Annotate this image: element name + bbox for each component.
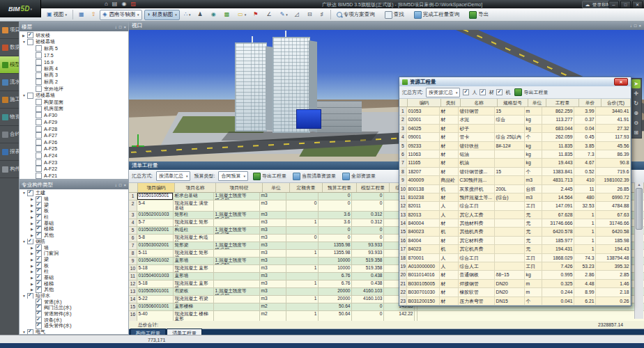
checkbox[interactable] bbox=[36, 79, 42, 85]
table-row[interactable]: 7 11165 材 机油 kg 19.443 4.67 90.8 bbox=[399, 159, 631, 167]
checkbox[interactable] bbox=[36, 202, 42, 208]
checkbox[interactable] bbox=[36, 269, 42, 275]
checkbox[interactable] bbox=[36, 280, 42, 287]
table-row[interactable]: 14 840004 材 其他材料费 元 31746.666 1 31746.66 bbox=[399, 219, 631, 228]
tree-item[interactable]: ▶ 柱 bbox=[20, 269, 128, 275]
expand-arrow-icon[interactable]: ▶ bbox=[31, 258, 36, 262]
close-icon[interactable]: × bbox=[123, 183, 126, 187]
table-row[interactable]: 19 A010000000 人 综合人工 工日 7.426 53.23 395.… bbox=[399, 262, 631, 271]
tree-item[interactable]: 标高 3 bbox=[20, 72, 128, 79]
checkbox[interactable] bbox=[36, 119, 42, 125]
expand-arrow-icon[interactable]: ▶ bbox=[31, 227, 36, 231]
select-tool-button[interactable]: ➤ bbox=[631, 79, 641, 88]
markup-icon[interactable]: ⚑ bbox=[251, 11, 261, 18]
checkbox[interactable] bbox=[36, 132, 42, 139]
checkbox[interactable] bbox=[36, 145, 42, 152]
checkbox[interactable] bbox=[36, 287, 42, 293]
close-button[interactable]: ✕ bbox=[614, 78, 628, 86]
tree-item[interactable]: ▶ 墙 bbox=[20, 244, 128, 251]
nav-tab[interactable]: 报表管理 bbox=[0, 143, 19, 161]
tree-item[interactable]: 通头管件(水) bbox=[20, 323, 128, 329]
expand-arrow-icon[interactable]: ▶ bbox=[31, 221, 36, 226]
maximize-button[interactable]: □ bbox=[620, 1, 631, 8]
expand-arrow-icon[interactable]: ▼ bbox=[22, 40, 27, 44]
tree-item[interactable]: 标高 5 bbox=[20, 45, 128, 52]
find-button[interactable]: 查找 bbox=[383, 10, 406, 19]
tree-item[interactable]: A-F30 bbox=[20, 112, 128, 119]
nav-tab[interactable]: 项目资料 bbox=[0, 22, 19, 39]
axis-grid-icon[interactable]: ♯ bbox=[319, 11, 327, 18]
tree-item[interactable]: A-F28 bbox=[20, 125, 128, 132]
measure-icon[interactable]: ▭▾ bbox=[236, 11, 248, 18]
table-row[interactable]: 22 B030701030 材 橡胶软管 DN20 m 0.244 8.99 2… bbox=[399, 288, 631, 296]
checkbox[interactable] bbox=[36, 311, 42, 317]
column-header[interactable]: 项目编码 bbox=[138, 183, 175, 192]
export-button[interactable]: 导出 bbox=[467, 10, 491, 19]
tree-item[interactable]: 17.5 bbox=[20, 52, 128, 59]
column-header[interactable]: 项目名称 bbox=[175, 183, 216, 192]
close-icon[interactable]: × bbox=[123, 25, 126, 29]
viewport-layout-icon[interactable]: ▦ bbox=[77, 11, 86, 18]
angle-measure-icon[interactable]: ∠ bbox=[264, 11, 275, 18]
expand-arrow-icon[interactable]: ▶ bbox=[31, 197, 36, 201]
table-row[interactable]: 23 B031200150 材 压力表弯管 DN15 个 0.041 6.21 … bbox=[399, 297, 631, 306]
zoom-in-button[interactable]: ⊕ bbox=[631, 109, 641, 118]
camera-icon[interactable]: ◉ bbox=[121, 1, 126, 7]
tree-item[interactable]: A-F26 bbox=[20, 139, 128, 146]
checkbox[interactable] bbox=[36, 275, 42, 281]
expand-arrow-icon[interactable]: ▶ bbox=[31, 246, 36, 250]
tree-item[interactable]: ▶ 楼梯 bbox=[20, 226, 128, 232]
view-button[interactable]: ▣ 视图 ▾ bbox=[45, 10, 69, 19]
checkbox[interactable] bbox=[36, 232, 42, 239]
tree-item[interactable]: 管道(水) bbox=[20, 299, 128, 305]
expand-arrow-icon[interactable]: ▶ bbox=[31, 287, 36, 292]
current-list-resource-button[interactable]: 当前清单资源量 bbox=[291, 172, 337, 181]
table-row[interactable]: 2 02001 材 水泥 综合 kg 113.277 0.37 41.91 bbox=[399, 116, 631, 124]
walkthrough-icon[interactable]: ∴▾ bbox=[182, 11, 193, 18]
summary-mode-select[interactable]: 按清单汇总 ▾ bbox=[156, 171, 191, 181]
budget-type-select[interactable]: 合同预算 ▾ bbox=[218, 171, 248, 181]
tree-item[interactable]: A-F29 bbox=[20, 119, 128, 126]
table-row[interactable]: 9 400009 商品砼 C30预拌混... m3 4831.713 410 1… bbox=[399, 176, 631, 184]
tree-item[interactable]: 构架屋面 bbox=[20, 99, 128, 106]
checkbox[interactable] bbox=[27, 39, 33, 45]
column-header[interactable]: 规格型号 bbox=[498, 99, 528, 106]
column-header[interactable]: 预算工程量 bbox=[323, 183, 357, 192]
checkbox[interactable] bbox=[36, 220, 42, 226]
checkbox[interactable] bbox=[27, 32, 33, 38]
tree-item[interactable]: ▶ 墙 bbox=[20, 196, 128, 203]
expand-arrow-icon[interactable]: ▼ bbox=[22, 93, 27, 97]
tree-item[interactable]: ▶ 基础 bbox=[20, 275, 128, 281]
expand-arrow-icon[interactable]: ▶ bbox=[22, 33, 27, 38]
person-view-icon[interactable]: ♟ bbox=[195, 11, 206, 18]
table-row[interactable]: 11 810238 材 预拌混凝土等... (综合) m3 14.564 480… bbox=[399, 193, 631, 202]
tree-item[interactable]: 管道附件(水) bbox=[20, 311, 128, 317]
float-icon[interactable]: □ bbox=[119, 25, 122, 29]
table-row[interactable]: 3 04025 材 砂子 kg 683.044 0.04 27.32 bbox=[399, 125, 631, 133]
checkbox[interactable] bbox=[36, 208, 42, 214]
checkbox[interactable] bbox=[36, 305, 42, 311]
checkbox[interactable] bbox=[36, 226, 42, 232]
expand-arrow-icon[interactable]: ▶ bbox=[31, 276, 36, 280]
home-icon[interactable]: ⌂ bbox=[105, 1, 108, 7]
column-header[interactable]: 工程量 bbox=[546, 99, 579, 106]
tree-item[interactable]: A-F22 bbox=[20, 166, 128, 173]
table-row[interactable]: 10 800138 机 灰浆搅拌机 200L 台班 2.445 11 26.85 bbox=[399, 185, 631, 193]
completed-quantity-query-button[interactable]: 完成工程量查询 bbox=[412, 10, 462, 19]
expand-arrow-icon[interactable]: ▶ bbox=[31, 233, 36, 237]
checkbox[interactable] bbox=[27, 239, 33, 245]
tree-item[interactable]: 阀门法兰(水) bbox=[20, 305, 128, 311]
checkbox[interactable] bbox=[27, 293, 33, 299]
column-header[interactable]: 单位 bbox=[528, 99, 546, 106]
checkbox[interactable] bbox=[36, 323, 42, 329]
vertical-scrollbar[interactable]: ▲ bbox=[634, 182, 643, 319]
expand-arrow-icon[interactable]: ▶ bbox=[31, 215, 36, 219]
checkbox[interactable] bbox=[36, 52, 42, 58]
expand-arrow-icon[interactable]: ▼ bbox=[22, 294, 27, 298]
zoom-fit-button[interactable]: ⊞ bbox=[631, 128, 641, 137]
column-header[interactable]: 名称 bbox=[461, 99, 498, 106]
tree-item[interactable]: 室外地坪 bbox=[20, 86, 128, 93]
tree-item[interactable]: ▼ 给排水 bbox=[20, 293, 128, 299]
tree-item[interactable]: ▶ 柱 bbox=[20, 214, 128, 221]
image-export-icon[interactable]: ▩ bbox=[222, 11, 233, 18]
